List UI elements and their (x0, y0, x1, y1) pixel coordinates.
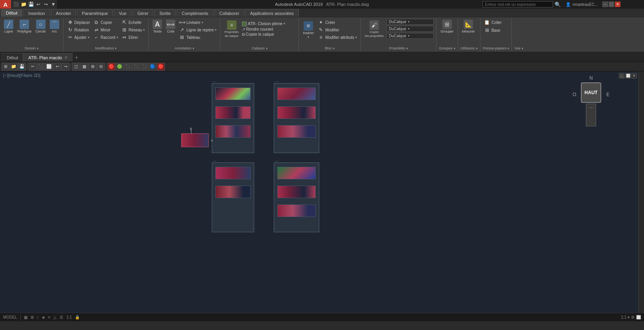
status-grid[interactable]: ▦ (24, 315, 27, 319)
group-modification-label[interactable]: Modification ▾ (66, 46, 146, 50)
prop-ducalque-1[interactable]: DuCalque ▾ (387, 19, 434, 25)
tb-btn-1[interactable]: ⊞ (2, 63, 9, 71)
tab-vue[interactable]: Vue (114, 9, 131, 17)
tb-btn-19[interactable]: 🔴 (157, 63, 165, 71)
tab-add-button[interactable]: + (73, 53, 80, 62)
btn-deplacer[interactable]: ✥ Déplacer (66, 19, 91, 26)
status-lw[interactable]: 1:1 (66, 315, 72, 319)
btn-rotation[interactable]: ↻ Rotation (66, 26, 91, 33)
btn-modifier-attributs[interactable]: ≡ Modifier attributs ▾ (317, 34, 358, 41)
tab-annoter[interactable]: Annoter (51, 9, 76, 17)
group-presse-papiers-label[interactable]: Presse-papiers ▾ (483, 46, 509, 50)
status-annotation-scale[interactable]: 1:1 ▾ (621, 315, 629, 319)
tb-btn-13[interactable]: 🔴 (107, 63, 115, 71)
btn-tableau[interactable]: ⊞ Tableau (178, 34, 218, 41)
btn-ajuster[interactable]: ✂ Ajuster ▾ (66, 34, 91, 41)
search-input[interactable] (482, 1, 553, 7)
qa-save[interactable]: 💾 (27, 1, 35, 8)
canvas-area[interactable]: [~][Haut][Filaire 2D] ◱ ⬜ ✕ — — (0, 71, 644, 313)
tab-debut-doc[interactable]: Début (2, 53, 23, 62)
btn-miroir[interactable]: ⇌ Miroir (92, 26, 119, 33)
btn-grouper[interactable]: ⊞ Grouper (439, 19, 455, 34)
btn-raccord[interactable]: ⌐ Raccord ▾ (92, 34, 119, 41)
prop-ducalque-3[interactable]: DuCalque ▾ (387, 33, 434, 39)
btn-proprietes-calque[interactable]: ≡ Propriétés du calque (223, 20, 240, 38)
tab-sortie[interactable]: Sortie (154, 9, 176, 17)
btn-modifier-bloc[interactable]: ✎ Modifier (317, 26, 358, 33)
qa-undo[interactable]: ↩ (35, 1, 42, 8)
group-utilitaires-label[interactable]: Utilitaires ▾ (460, 46, 478, 50)
viewport-maximize[interactable]: ⬜ (625, 73, 631, 78)
tab-close-icon[interactable]: ✕ (64, 55, 67, 60)
tb-btn-7[interactable]: ↩ (53, 63, 61, 71)
tb-btn-6[interactable]: ⬜ (45, 63, 53, 71)
win-minimize[interactable]: — (602, 2, 608, 7)
win-close[interactable]: ✕ (615, 2, 620, 7)
tab-debut[interactable]: Début (1, 9, 22, 17)
btn-rendre-courant[interactable]: ↗ Rendre courant (242, 27, 273, 31)
viewcube-face[interactable]: HAUT (581, 82, 601, 103)
qa-new[interactable]: ⬛ (13, 1, 20, 8)
viewport-close[interactable]: ✕ (631, 73, 637, 78)
tb-btn-15[interactable]: ⬛ (124, 63, 132, 71)
tb-btn-16[interactable]: ⬛ (132, 63, 140, 71)
status-model[interactable]: MODEL (3, 315, 17, 319)
btn-creer[interactable]: ✦ Créer (317, 19, 358, 26)
prop-ducalque-2[interactable]: DuCalque ▾ (387, 26, 434, 32)
tb-btn-12[interactable]: ⊟ (97, 63, 105, 71)
qa-open[interactable]: 📁 (20, 1, 27, 8)
status-snap[interactable]: ⊞ (31, 315, 34, 319)
search-icon[interactable]: 🔍 (555, 2, 561, 7)
btn-echelle[interactable]: ⇱ Echelle (120, 19, 146, 26)
tb-btn-2[interactable]: 📁 (10, 63, 18, 71)
status-ortho[interactable]: ↕ (37, 315, 39, 319)
status-polar[interactable]: ◈ (42, 315, 45, 319)
tab-apps[interactable]: Applications associées (245, 9, 299, 17)
status-fullscreen[interactable]: ⬜ (636, 315, 641, 319)
viewcube[interactable]: N E O HAUT S ... (573, 75, 609, 126)
status-lock[interactable]: 🔒 (75, 315, 80, 319)
btn-cercle[interactable]: ○ Cercle (34, 19, 47, 34)
btn-etirer[interactable]: ⇔ Etirer (120, 34, 146, 41)
group-groupes-label[interactable]: Groupes ▾ (439, 46, 455, 50)
qa-extra[interactable]: ▼ (50, 1, 57, 8)
tb-btn-3[interactable]: 💾 (18, 63, 26, 71)
btn-ligne-repere[interactable]: ↗ Ligne de repère ▾ (178, 26, 218, 33)
layer-dropdown-top[interactable]: ATR- Cloison pleine ▾ (242, 22, 285, 26)
group-dessin-label[interactable]: Dessin ▾ (2, 46, 61, 50)
group-calques-label[interactable]: Calques ▾ (223, 46, 296, 50)
btn-lineaire[interactable]: ⟺ Linéaire ▾ (178, 19, 218, 26)
tb-btn-18[interactable]: 🔵 (149, 63, 156, 71)
btn-inserer[interactable]: ⊞ Insérer ▾ (301, 20, 315, 40)
tab-macdo-doc[interactable]: ATR- Plan macdo ✕ (23, 53, 73, 62)
tb-btn-4[interactable]: ✂ (29, 63, 36, 71)
btn-copier-calque[interactable]: ⧉ Copier le calque (242, 32, 274, 37)
tb-btn-9[interactable]: ◫ (72, 63, 80, 71)
viewport-restore[interactable]: ◱ (619, 73, 624, 78)
status-workspace[interactable]: ⚙ (631, 315, 635, 319)
status-3d[interactable]: △ (53, 315, 56, 319)
tab-collaborer[interactable]: Collaborer (214, 9, 244, 17)
status-dyn[interactable]: ☰ (60, 315, 63, 319)
btn-mesurer[interactable]: 📐 Mesurer (460, 19, 477, 34)
group-annotation-label[interactable]: Annotation ▾ (151, 46, 218, 50)
btn-ligne[interactable]: ╱ Ligne (2, 19, 15, 34)
btn-polyligne[interactable]: ⌐ Polyligne (16, 19, 33, 34)
btn-copier[interactable]: ⧉ Copier (92, 19, 119, 26)
tb-btn-11[interactable]: ⊞ (89, 63, 96, 71)
status-osnap[interactable]: ≡ (48, 315, 51, 319)
btn-base[interactable]: ⊞ Base (483, 27, 502, 34)
group-proprietes-label[interactable]: Propriétés ▾ (363, 46, 434, 50)
btn-texte[interactable]: A Texte (151, 19, 164, 34)
group-vue-label[interactable]: Vue ▾ (514, 46, 523, 50)
tb-btn-8[interactable]: ↪ (62, 63, 69, 71)
tab-insertion[interactable]: Insertion (23, 9, 50, 17)
win-maximize[interactable]: ☐ (609, 2, 614, 7)
btn-copier-proprietes[interactable]: 🖌 Copier les propriétés (363, 20, 385, 38)
btn-cote[interactable]: ⟺ Cote (164, 19, 177, 34)
tab-parametrique[interactable]: Paramétrique (77, 9, 113, 17)
group-bloc-label[interactable]: Bloc ▾ (301, 46, 358, 50)
user-icon[interactable]: 👤 (566, 2, 571, 7)
tb-btn-5[interactable]: ⬛ (37, 63, 45, 71)
btn-reseau[interactable]: ⊞ Réseau ▾ (120, 26, 146, 33)
